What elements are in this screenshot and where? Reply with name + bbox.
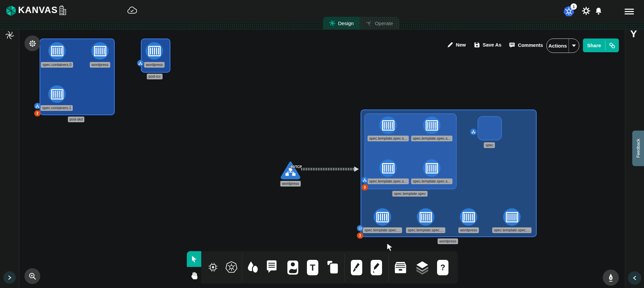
help-tool-button[interactable]: ?: [437, 260, 448, 275]
frame-shapes-icon: [327, 260, 339, 275]
components-tool-button[interactable]: [207, 261, 219, 273]
menu-hamburger-icon[interactable]: [625, 7, 634, 16]
container-node[interactable]: [417, 208, 434, 226]
frame-tool-button[interactable]: [327, 260, 339, 275]
container-node[interactable]: [379, 117, 397, 134]
container-node[interactable]: [374, 208, 391, 226]
save-as-label: Save As: [483, 42, 501, 48]
link-icon: [608, 42, 616, 49]
actions-dropdown[interactable]: Actions: [546, 39, 579, 53]
chevron-right-icon: [7, 275, 12, 280]
alert-count-badge[interactable]: 3: [357, 232, 363, 239]
group-label: pod-rcc: [147, 74, 163, 79]
floating-resource-button[interactable]: [24, 35, 40, 51]
pan-tool-button[interactable]: [187, 267, 201, 284]
container-icon: [51, 89, 63, 99]
pod-type-badge[interactable]: [137, 60, 144, 66]
service-edge[interactable]: [301, 168, 355, 170]
chevron-left-icon: [632, 276, 637, 280]
dock-divider: [242, 254, 242, 282]
group-spec-template-spec[interactable]: [365, 114, 457, 189]
node-label: spec.template.spec.s...: [368, 136, 409, 141]
node-label: spec.containers.1: [41, 105, 73, 111]
group-label: spec.template.spec: [392, 191, 428, 197]
comment-bubble-icon: [266, 260, 278, 275]
collapse-right-panel-button[interactable]: [628, 271, 641, 285]
comment-tool-button[interactable]: [266, 260, 278, 275]
pod-type-badge[interactable]: [34, 103, 41, 109]
alert-count-badge[interactable]: 3: [362, 184, 368, 191]
pencil-tool-button[interactable]: [371, 260, 382, 275]
group-label: pod-skd: [68, 117, 84, 122]
node-label: spec.template.spec.s...: [411, 136, 452, 141]
pod-type-badge[interactable]: [362, 177, 368, 183]
layers-tool-button[interactable]: [416, 261, 429, 275]
container-node[interactable]: [423, 159, 440, 177]
select-tool-button[interactable]: [187, 251, 201, 267]
settings-gear-icon[interactable]: [582, 6, 591, 15]
deployment-icon: [358, 226, 362, 230]
kanvas-logo-text: KANVAS: [18, 5, 58, 15]
new-button[interactable]: New: [447, 42, 466, 48]
hand-icon: [190, 271, 198, 280]
container-node[interactable]: [460, 208, 477, 226]
zoom-button[interactable]: [24, 268, 40, 284]
kubernetes-wheel-icon: [225, 261, 238, 274]
actions-caret-button[interactable]: [569, 45, 579, 47]
container-icon: [382, 163, 394, 173]
history-spiral-icon[interactable]: [5, 31, 14, 40]
kanvas-logo-icon[interactable]: [5, 4, 17, 17]
shapes-icon: [246, 260, 259, 275]
container-node[interactable]: [146, 42, 163, 60]
container-node[interactable]: [48, 85, 66, 103]
deployment-type-badge[interactable]: [357, 225, 363, 231]
container-icon: [382, 120, 394, 131]
pod-icon: [139, 62, 142, 65]
kubernetes-count-badge[interactable]: 1: [571, 3, 577, 10]
pencil-new-icon: [447, 42, 453, 48]
alert-count-badge[interactable]: 2: [34, 110, 41, 117]
container-node[interactable]: [379, 159, 397, 177]
share-label[interactable]: Share: [583, 43, 605, 48]
container-icon: [376, 212, 389, 222]
mode-tabs: Design Operate: [323, 17, 399, 29]
organization-icon[interactable]: [58, 5, 67, 16]
container-icon: [463, 212, 475, 222]
archive-tool-button[interactable]: [394, 261, 407, 275]
shapes-tool-button[interactable]: [246, 260, 259, 275]
tab-design[interactable]: Design: [323, 17, 360, 29]
dock-divider: [344, 254, 345, 282]
actions-label[interactable]: Actions: [547, 43, 569, 49]
container-node[interactable]: [48, 42, 66, 60]
container-icon: [426, 163, 438, 173]
container-icon: [94, 46, 106, 56]
share-button[interactable]: Share: [583, 39, 619, 52]
scalpel-tool-button[interactable]: [351, 260, 362, 275]
container-node[interactable]: [503, 208, 521, 226]
chip-icon: [207, 262, 219, 273]
comments-button[interactable]: Comments: [508, 42, 543, 49]
shapes-dock-toggle[interactable]: Y: [630, 28, 637, 40]
feedback-tab[interactable]: Feedback: [632, 131, 644, 166]
design-spiral-icon: [329, 20, 335, 26]
pod-icon: [363, 178, 367, 182]
notifications-bell-icon[interactable]: [594, 7, 603, 15]
save-as-button[interactable]: Save As: [474, 42, 501, 48]
node-spec[interactable]: [478, 116, 502, 140]
expand-left-panel-button[interactable]: [3, 271, 16, 284]
container-node[interactable]: [423, 117, 440, 134]
pod-type-badge[interactable]: [470, 129, 477, 135]
tab-operate[interactable]: Operate: [360, 17, 399, 29]
container-node[interactable]: [91, 42, 109, 60]
pen-tool-button[interactable]: [603, 270, 619, 286]
text-tool-button[interactable]: T: [307, 260, 318, 275]
tab-strip: [0, 21, 644, 30]
kubernetes-tool-button[interactable]: [225, 261, 238, 274]
service-node[interactable]: [280, 160, 301, 180]
container-icon: [148, 46, 161, 56]
tab-design-label: Design: [338, 20, 354, 26]
node-label: spec.template.spec.s...: [411, 178, 452, 184]
media-tool-button[interactable]: [287, 260, 299, 275]
tab-operate-label: Operate: [375, 20, 393, 26]
copy-link-button[interactable]: [605, 42, 619, 49]
